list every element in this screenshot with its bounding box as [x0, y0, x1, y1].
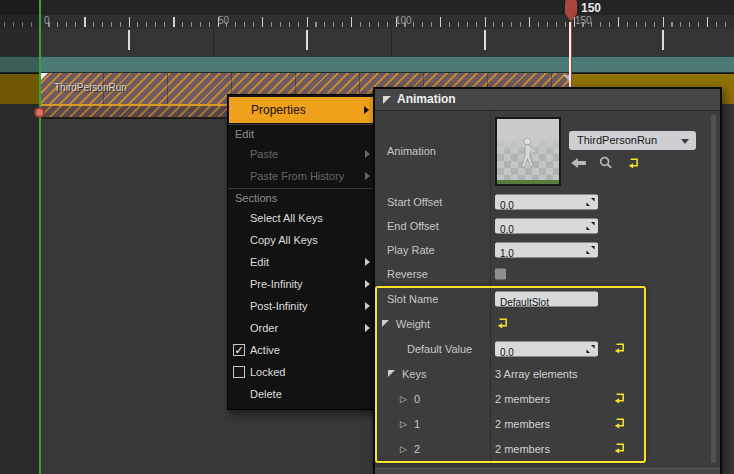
submenu-arrow-icon	[364, 106, 369, 114]
animation-thumbnail[interactable]	[495, 117, 561, 186]
key-members: 2 members	[495, 443, 550, 455]
panel-body: Animation ThirdPersonRun	[375, 111, 720, 473]
keys-summary: 3 Array elements	[495, 368, 578, 380]
submenu-arrow-icon	[365, 280, 370, 288]
reset-to-default-icon[interactable]	[613, 440, 626, 458]
keys-expanded-icon[interactable]	[388, 370, 395, 377]
category-expanded-icon[interactable]	[383, 96, 391, 104]
start-offset-input[interactable]	[495, 198, 598, 210]
reset-to-default-icon[interactable]	[613, 340, 626, 358]
section-ease-in-handle[interactable]	[40, 73, 48, 81]
range-start-line	[39, 0, 41, 474]
ruler-quarter-ticks	[128, 30, 734, 50]
start-offset-field[interactable]	[495, 195, 598, 210]
menu-header-sections: Sections	[228, 190, 378, 207]
slot-name-field[interactable]	[495, 292, 598, 307]
weight-expanded-icon[interactable]	[382, 320, 389, 327]
menu-item-edit[interactable]: Edit	[228, 251, 378, 273]
panel-title: Animation	[397, 92, 456, 106]
ruler-label-50: 50	[218, 15, 229, 26]
playhead-time-label: 150	[581, 1, 601, 15]
drag-spin-icon[interactable]	[586, 345, 595, 354]
row-reverse: Reverse	[375, 262, 720, 286]
menu-item-order[interactable]: Order	[228, 317, 378, 339]
menu-item-paste-from-history[interactable]: Paste From History	[228, 165, 378, 187]
drag-spin-icon[interactable]	[586, 246, 595, 255]
menu-item-active[interactable]: ✓ Active	[228, 339, 378, 361]
collapsed-arrow-icon[interactable]: ▷	[400, 394, 407, 404]
default-value-field[interactable]	[495, 342, 598, 357]
end-offset-input[interactable]	[495, 222, 598, 234]
timebar-top-strip	[0, 0, 734, 15]
submenu-arrow-icon	[365, 302, 370, 310]
animation-asset-dropdown[interactable]: ThirdPersonRun	[569, 131, 696, 150]
asset-toolbar	[571, 155, 649, 171]
row-weight: Weight	[375, 312, 720, 336]
row-play-rate: Play Rate	[375, 238, 720, 262]
row-label: Default Value	[407, 343, 472, 355]
row-label: Animation	[387, 145, 436, 157]
menu-item-post-infinity[interactable]: Post-Infinity	[228, 295, 378, 317]
row-label: End Offset	[387, 220, 439, 232]
reset-to-default-icon[interactable]	[496, 315, 509, 333]
menu-item-paste[interactable]: Paste	[228, 143, 378, 165]
default-value-input[interactable]	[495, 345, 598, 357]
row-label: Keys	[402, 368, 426, 380]
menu-item-pre-infinity[interactable]: Pre-Infinity	[228, 273, 378, 295]
next-section-divider	[375, 468, 720, 474]
submenu-arrow-icon	[365, 172, 370, 180]
row-key-0: ▷ 0 2 members	[375, 386, 720, 411]
checkbox-unchecked-icon[interactable]	[233, 366, 245, 378]
row-keys: Keys 3 Array elements	[375, 362, 720, 386]
row-default-value: Default Value	[375, 336, 720, 362]
row-animation: Animation ThirdPersonRun	[375, 111, 720, 190]
thumbnail-grass-strip	[497, 180, 559, 184]
ruler-medium-ticks	[40, 17, 734, 27]
row-label: 1	[414, 418, 420, 430]
play-rate-input[interactable]	[495, 246, 598, 258]
panel-header[interactable]: Animation	[375, 89, 720, 111]
ruler-label-100: 100	[395, 15, 412, 26]
key-members: 2 members	[495, 393, 550, 405]
row-label: Reverse	[387, 268, 428, 280]
row-end-offset: End Offset	[375, 214, 720, 238]
animation-details-panel: Animation Animation ThirdPersonRun	[373, 87, 722, 474]
out-of-range-shade	[0, 0, 40, 474]
menu-item-properties[interactable]: Properties	[229, 97, 377, 123]
ruler-label-0: 0	[44, 15, 50, 26]
panel-scrollbar[interactable]	[711, 115, 716, 463]
reset-to-default-icon[interactable]	[613, 390, 626, 408]
browse-to-asset-icon[interactable]	[599, 155, 613, 173]
slot-name-input[interactable]	[495, 295, 598, 307]
menu-separator	[228, 124, 378, 125]
row-label: Play Rate	[387, 244, 435, 256]
checkbox-checked-icon[interactable]: ✓	[233, 344, 245, 356]
submenu-arrow-icon	[365, 150, 370, 158]
play-rate-field[interactable]	[495, 243, 598, 258]
drag-spin-icon[interactable]	[586, 198, 595, 207]
menu-item-delete[interactable]: Delete	[228, 383, 378, 405]
reverse-checkbox[interactable]	[495, 269, 506, 280]
context-menu: Properties Edit Paste Paste From History…	[227, 94, 379, 410]
menu-item-select-all-keys[interactable]: Select All Keys	[228, 207, 378, 229]
reset-to-default-icon[interactable]	[613, 415, 626, 433]
row-key-1: ▷ 1 2 members	[375, 411, 720, 436]
row-label: Weight	[396, 318, 430, 330]
playback-range-bar[interactable]	[0, 56, 734, 73]
row-slot-name: Slot Name	[375, 286, 720, 312]
chevron-down-icon	[681, 139, 689, 144]
keyframe-dot[interactable]	[34, 107, 45, 118]
section-label: ThirdPersonRun	[54, 82, 127, 93]
end-offset-field[interactable]	[495, 219, 598, 234]
use-selected-asset-icon[interactable]	[571, 155, 586, 173]
menu-separator	[228, 188, 378, 189]
menu-item-copy-all-keys[interactable]: Copy All Keys	[228, 229, 378, 251]
row-label: Start Offset	[387, 196, 442, 208]
drag-spin-icon[interactable]	[586, 222, 595, 231]
reset-to-default-icon[interactable]	[627, 155, 640, 173]
row-label: Slot Name	[387, 293, 438, 305]
collapsed-arrow-icon[interactable]: ▷	[400, 419, 407, 429]
menu-item-locked[interactable]: Locked	[228, 361, 378, 383]
collapsed-arrow-icon[interactable]: ▷	[400, 444, 407, 454]
key-members: 2 members	[495, 418, 550, 430]
